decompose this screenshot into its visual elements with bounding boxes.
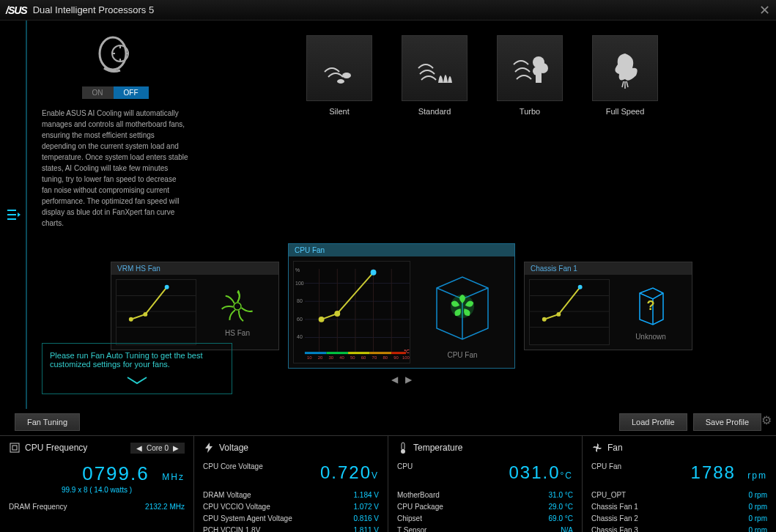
- svg-rect-52: [370, 352, 392, 354]
- save-profile-button[interactable]: Save Profile: [693, 413, 761, 431]
- volt-rows: DRAM Voltage1.184 VCPU VCCIO Voltage1.07…: [203, 491, 379, 532]
- svg-rect-20: [294, 262, 410, 363]
- svg-text:40: 40: [297, 334, 303, 339]
- svg-point-59: [542, 317, 547, 322]
- vrm-curve: [116, 279, 196, 345]
- chassis-curve: [529, 279, 610, 345]
- svg-rect-50: [327, 352, 349, 354]
- ai-cooling-description: Enable ASUS AI Cooling will automaticall…: [42, 108, 188, 229]
- turbo-icon: [497, 35, 563, 101]
- ai-cooling-icon: [42, 28, 188, 79]
- ai-cooling-panel: ON OFF Enable ASUS AI Cooling will autom…: [42, 28, 188, 229]
- stat-row: T SensorN/A: [397, 526, 573, 532]
- menu-icon: [6, 207, 21, 222]
- profile-turbo[interactable]: Turbo: [497, 35, 563, 229]
- ai-cooling-toggle[interactable]: ON OFF: [42, 86, 188, 99]
- temp-rows: MotherBoard31.0 °CCPU Package29.0 °CChip…: [397, 491, 573, 532]
- fan-profiles: Silent Standard Turbo Full Speed: [203, 28, 761, 229]
- cpu-frequency-panel: CPU Frequency ◀Core 0▶ 0799.6 MHz 99.9 x…: [0, 436, 194, 532]
- svg-text:80: 80: [383, 355, 388, 360]
- svg-point-61: [578, 285, 583, 289]
- svg-text:100: 100: [295, 281, 304, 286]
- vrm-fan-visual: HS Fan: [201, 279, 274, 345]
- toggle-off[interactable]: OFF: [114, 86, 149, 99]
- svg-text:30: 30: [328, 355, 333, 360]
- fan-card-chassis1[interactable]: Chassis Fan 1 ?Unknown: [524, 262, 692, 350]
- prev-core-icon[interactable]: ◀: [136, 444, 142, 452]
- svg-rect-11: [536, 73, 542, 83]
- next-fan-icon[interactable]: ▶: [405, 374, 412, 385]
- brand-logo: /SUS: [6, 4, 27, 16]
- fan-panel: Fan CPU Fan1788 rpm CPU_OPT0 rpmChassis …: [583, 436, 776, 532]
- chevron-down-icon[interactable]: [50, 376, 224, 386]
- svg-point-47: [334, 311, 340, 317]
- svg-point-16: [129, 317, 133, 322]
- side-menu-toggle[interactable]: [0, 21, 26, 409]
- svg-point-66: [401, 449, 405, 454]
- profile-fullspeed[interactable]: Full Speed: [592, 35, 658, 229]
- svg-point-60: [556, 312, 561, 317]
- stat-row: Chipset69.0 °C: [397, 514, 573, 522]
- fan-card-vrm[interactable]: VRM HS Fan HS Fan: [111, 262, 279, 350]
- stat-row: DRAM Voltage1.184 V: [203, 491, 379, 499]
- svg-text:40: 40: [339, 355, 344, 360]
- svg-rect-65: [402, 443, 404, 450]
- svg-point-6: [342, 73, 351, 78]
- svg-rect-49: [305, 352, 327, 354]
- svg-text:60: 60: [361, 355, 366, 360]
- title-bar: /SUS Dual Intelligent Processors 5 ✕: [0, 0, 776, 21]
- svg-point-48: [371, 270, 377, 276]
- next-core-icon[interactable]: ▶: [173, 444, 179, 452]
- core-selector[interactable]: ◀Core 0▶: [130, 443, 185, 454]
- profile-standard[interactable]: Standard: [402, 35, 468, 229]
- fan-rows: CPU_OPT0 rpmChassis Fan 10 rpmChassis Fa…: [591, 491, 767, 532]
- standard-icon: [402, 35, 468, 101]
- voltage-panel: Voltage CPU Core Voltage0.720V DRAM Volt…: [194, 436, 388, 532]
- svg-text:10: 10: [307, 355, 312, 360]
- svg-point-46: [319, 317, 325, 322]
- prev-fan-icon[interactable]: ◀: [391, 374, 398, 385]
- action-buttons: Fan Tuning Load Profile Save Profile: [0, 409, 776, 435]
- svg-rect-64: [12, 446, 17, 450]
- svg-point-18: [165, 285, 169, 289]
- fullspeed-icon: [592, 35, 658, 101]
- stat-row: CPU System Agent Voltage0.816 V: [203, 514, 379, 522]
- svg-text:90: 90: [393, 355, 399, 360]
- load-profile-button[interactable]: Load Profile: [619, 413, 687, 431]
- app-title: Dual Intelligent Processors 5: [33, 4, 154, 15]
- stat-row: Chassis Fan 20 rpm: [591, 514, 767, 522]
- stat-row: Chassis Fan 10 rpm: [591, 503, 767, 511]
- cpu-icon: [9, 442, 21, 454]
- close-icon[interactable]: ✕: [759, 2, 770, 18]
- settings-gear-icon[interactable]: ⚙: [761, 413, 772, 427]
- chassis-fan-visual: ?Unknown: [614, 279, 687, 345]
- stat-row: CPU_OPT0 rpm: [591, 491, 767, 499]
- svg-text:60: 60: [297, 317, 303, 322]
- svg-rect-53: [391, 352, 406, 354]
- cpu-fan-visual: CPU Fan: [415, 261, 510, 363]
- svg-rect-51: [348, 352, 370, 354]
- svg-rect-55: [530, 280, 609, 344]
- fan-tuning-button[interactable]: Fan Tuning: [15, 413, 80, 431]
- svg-text:%: %: [295, 267, 300, 273]
- svg-rect-63: [10, 443, 19, 452]
- profile-silent[interactable]: Silent: [306, 35, 372, 229]
- fan-icon: [591, 442, 603, 454]
- fan-card-cpu[interactable]: CPU Fan %100806040102030405060708090100℃…: [288, 243, 515, 369]
- hint-box: Please run Fan Auto Tuning to get the be…: [42, 343, 232, 394]
- stat-row: PCH VCCIN 1.8V1.811 V: [203, 526, 379, 532]
- svg-rect-12: [117, 280, 196, 344]
- svg-text:?: ?: [647, 298, 655, 313]
- stat-row: MotherBoard31.0 °C: [397, 491, 573, 499]
- toggle-on[interactable]: ON: [82, 86, 114, 99]
- svg-text:100: 100: [402, 355, 410, 360]
- stats-bar: CPU Frequency ◀Core 0▶ 0799.6 MHz 99.9 x…: [0, 435, 776, 532]
- stat-row: CPU VCCIO Voltage1.072 V: [203, 503, 379, 511]
- svg-point-17: [143, 312, 147, 317]
- svg-point-19: [234, 303, 241, 310]
- cpu-curve: %100806040102030405060708090100℃: [293, 261, 410, 363]
- svg-text:20: 20: [318, 355, 323, 360]
- svg-text:70: 70: [372, 355, 377, 360]
- svg-point-7: [337, 79, 344, 84]
- stat-row: CPU Package29.0 °C: [397, 503, 573, 511]
